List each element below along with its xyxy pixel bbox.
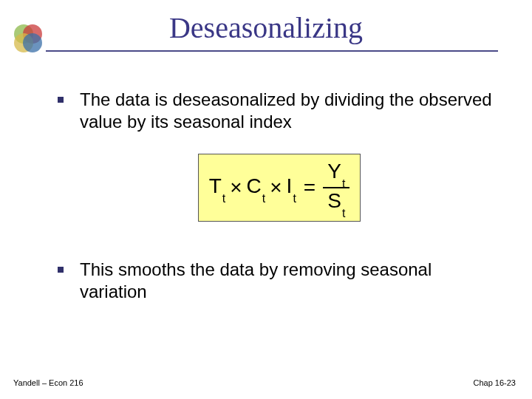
term-C: Ct	[247, 174, 266, 201]
slide-title: Deseasonalizing	[0, 10, 532, 45]
bullet-item: This smooths the data by removing season…	[58, 259, 501, 303]
formula-box: Tt × Ct × It = Yt St	[198, 154, 361, 222]
bullet-text: The data is deseasonalized by dividing t…	[80, 89, 501, 133]
footer-right: Chap 16-23	[474, 378, 516, 387]
title-underline	[46, 50, 498, 52]
times-icon: ×	[230, 176, 242, 200]
term-I: It	[287, 174, 296, 201]
slide-body: The data is deseasonalized by dividing t…	[58, 89, 501, 309]
bullet-square-icon	[58, 267, 64, 273]
times-icon: ×	[270, 176, 282, 200]
fraction-numerator: Yt	[323, 160, 349, 185]
fraction-bar	[323, 187, 349, 188]
slide: Deseasonalizing The data is deseasonaliz…	[0, 0, 532, 399]
formula-container: Tt × Ct × It = Yt St	[58, 154, 501, 222]
bullet-text: This smooths the data by removing season…	[80, 259, 501, 303]
bullet-item: The data is deseasonalized by dividing t…	[58, 89, 501, 133]
footer-left: Yandell – Econ 216	[13, 378, 83, 387]
bullet-square-icon	[58, 97, 64, 103]
equals-sign: =	[304, 176, 316, 200]
fraction-denominator: St	[323, 190, 349, 215]
fraction: Yt St	[323, 160, 349, 215]
term-T: Tt	[209, 174, 226, 201]
